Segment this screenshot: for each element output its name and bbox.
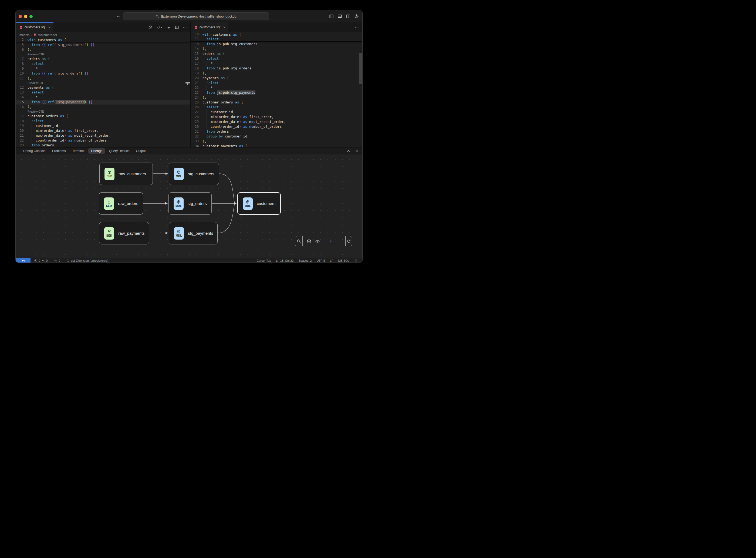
- close-tab-icon[interactable]: ×: [48, 25, 51, 29]
- code-line-18[interactable]: 18 select: [16, 119, 190, 123]
- code-line-20[interactable]: 20payments as (: [191, 76, 362, 80]
- code-line-27[interactable]: 27 customer_id,: [191, 110, 362, 115]
- code-line-11[interactable]: 11),: [16, 76, 190, 81]
- scrollbar-thumb[interactable]: [359, 53, 362, 84]
- codelens-row[interactable]: Preview CTE: [16, 81, 190, 85]
- lineage-node-raw_payments[interactable]: SEDraw_payments: [99, 222, 149, 245]
- breadcrumb-models[interactable]: models: [20, 33, 29, 36]
- indentation-status[interactable]: Spaces: 2: [296, 258, 314, 263]
- lineage-node-stg_orders[interactable]: MDLstg_orders: [168, 192, 212, 215]
- code-line-7[interactable]: 7orders as (: [16, 56, 190, 61]
- code-line-6[interactable]: 6),: [16, 47, 190, 52]
- refresh-icon[interactable]: [347, 239, 351, 243]
- language-mode-status[interactable]: MS SQL: [336, 258, 352, 263]
- codelens-row[interactable]: Preview CTE: [16, 52, 190, 56]
- split-editor-icon[interactable]: [175, 25, 179, 29]
- preview-eye-icon[interactable]: [166, 25, 171, 30]
- lineage-node-customers[interactable]: MDLcustomers: [237, 192, 281, 215]
- close-panel-icon[interactable]: [355, 149, 359, 153]
- code-line-8[interactable]: 8 select: [16, 61, 190, 66]
- codelens-row[interactable]: Preview CTE: [16, 109, 190, 114]
- code-line-33[interactable]: 33),: [191, 139, 362, 144]
- compiled-code-icon[interactable]: </>: [157, 26, 162, 29]
- code-line-30[interactable]: 30 count(order_id) as number_of_orders: [191, 124, 362, 129]
- code-line-25[interactable]: 25customer_orders as (: [191, 100, 362, 105]
- layout-sidebar-right-icon[interactable]: [346, 14, 350, 19]
- lineage-canvas[interactable]: SEDraw_customersMDLstg_customersSEDraw_o…: [16, 154, 362, 258]
- code-line-26[interactable]: 26 select: [191, 105, 362, 110]
- cursor-position-status[interactable]: Ln 15, Col 22: [273, 258, 296, 263]
- zoom-out-icon[interactable]: −: [338, 238, 340, 244]
- zoom-in-icon[interactable]: +: [330, 238, 332, 244]
- layout-sidebar-left-icon[interactable]: [329, 14, 334, 19]
- lineage-node-raw_orders[interactable]: SEDraw_orders: [99, 192, 143, 215]
- code-line-16[interactable]: 16 select: [191, 56, 362, 61]
- code-line-22[interactable]: 22 count(order_id) as number_of_orders: [16, 138, 190, 143]
- minimize-window-button[interactable]: [24, 15, 27, 18]
- eye-icon[interactable]: [315, 239, 320, 244]
- more-actions-icon[interactable]: ⋯: [183, 25, 187, 29]
- encoding-status[interactable]: UTF-8: [314, 258, 327, 263]
- more-actions-icon[interactable]: ⋯: [355, 25, 359, 29]
- tab-terminal[interactable]: Terminal: [70, 148, 87, 154]
- layout-panel-icon[interactable]: [338, 14, 342, 19]
- problems-status[interactable]: 0 0: [32, 258, 49, 263]
- breadcrumb-file[interactable]: customers.sql: [38, 33, 57, 36]
- close-window-button[interactable]: [19, 15, 22, 18]
- notifications-bell[interactable]: [352, 258, 360, 263]
- code-line-13[interactable]: 13 from js.pub.stg_customers: [191, 42, 362, 47]
- code-line-2[interactable]: 2with customers as (: [16, 37, 190, 42]
- code-line-22[interactable]: 22 *: [191, 85, 362, 90]
- dbt-icon[interactable]: [148, 25, 153, 29]
- gear-icon[interactable]: [354, 14, 359, 19]
- code-line-21[interactable]: 21 select: [191, 80, 362, 85]
- code-line-17[interactable]: 17customer_orders as (: [16, 114, 190, 119]
- code-line-31[interactable]: 31 from orders: [191, 129, 362, 134]
- back-icon[interactable]: ←: [116, 13, 121, 18]
- code-line-23[interactable]: 23 from orders: [16, 143, 190, 147]
- chevron-up-icon[interactable]: [346, 149, 350, 153]
- dbt-extension-status[interactable]: dbt Extension (unregistered): [64, 258, 110, 263]
- code-line-21[interactable]: 21 max(order_date) as most_recent_order,: [16, 133, 190, 138]
- code-line-15[interactable]: 15 from {{ ref('stg_payments') }}: [16, 100, 190, 104]
- remote-indicator[interactable]: ><: [16, 258, 30, 263]
- eol-status[interactable]: LF: [328, 258, 336, 263]
- code-line-20[interactable]: 20 min(order_date) as first_order,: [16, 128, 190, 133]
- scrollbar-handle[interactable]: [185, 82, 190, 85]
- lineage-node-stg_payments[interactable]: MDLstg_payments: [169, 222, 218, 245]
- tab-query-results[interactable]: Query Results: [106, 148, 132, 154]
- code-line-9[interactable]: 9 *: [16, 66, 190, 71]
- tab-problems[interactable]: Problems: [49, 148, 69, 154]
- code-line-19[interactable]: 19),: [191, 71, 362, 76]
- aperture-icon[interactable]: [307, 239, 311, 244]
- code-line-13[interactable]: 13 select: [16, 90, 190, 95]
- code-line-16[interactable]: 16),: [16, 104, 190, 109]
- search-icon[interactable]: [297, 239, 301, 243]
- code-line-23[interactable]: 23 from js.pub.stg_payments: [191, 90, 362, 95]
- code-line-18[interactable]: 18 from js.pub.stg_orders: [191, 66, 362, 71]
- code-line-17[interactable]: 17 *: [191, 61, 362, 66]
- code-line-14[interactable]: 14),: [191, 47, 362, 51]
- code-line-12[interactable]: 12payments as (: [16, 85, 190, 90]
- code-line-15[interactable]: 15orders as (: [191, 51, 362, 56]
- code-line-10[interactable]: 10 from {{ ref('stg_orders') }}: [16, 71, 190, 76]
- breadcrumb[interactable]: models › customers.sql: [16, 32, 190, 37]
- code-line-28[interactable]: 28 min(order_date) as first_order,: [191, 115, 362, 119]
- command-center-search[interactable]: [Extension Development Host] jaffle_shop…: [123, 12, 269, 20]
- code-line-19[interactable]: 19 customer_id,: [16, 123, 190, 128]
- cursor-tab-status[interactable]: Cursor Tab: [254, 258, 273, 263]
- zoom-window-button[interactable]: [29, 15, 33, 18]
- code-editor-left[interactable]: 2with customers as ( 5 from {{ ref('stg_…: [16, 37, 190, 147]
- code-line-34[interactable]: 34customer_payments as (: [191, 144, 362, 147]
- code-line-32[interactable]: 32 group by customer_id: [191, 134, 362, 139]
- code-line-11[interactable]: 11 select: [191, 37, 362, 41]
- tab-customers-sql[interactable]: customers.sql ×: [16, 22, 53, 32]
- code-line-29[interactable]: 29 max(order_date) as most_recent_order,: [191, 119, 362, 124]
- tab-debug-console[interactable]: Debug Console: [21, 148, 48, 154]
- tab-customers-sql-compiled[interactable]: customers.sql ×: [191, 22, 228, 32]
- code-line-14[interactable]: 14 *: [16, 95, 190, 100]
- code-line-24[interactable]: 24),: [191, 95, 362, 100]
- code-line-10[interactable]: 10with customers as (: [191, 32, 362, 37]
- tab-lineage[interactable]: Lineage: [88, 148, 105, 154]
- code-editor-right[interactable]: 10with customers as (11 select 13 from j…: [191, 32, 362, 147]
